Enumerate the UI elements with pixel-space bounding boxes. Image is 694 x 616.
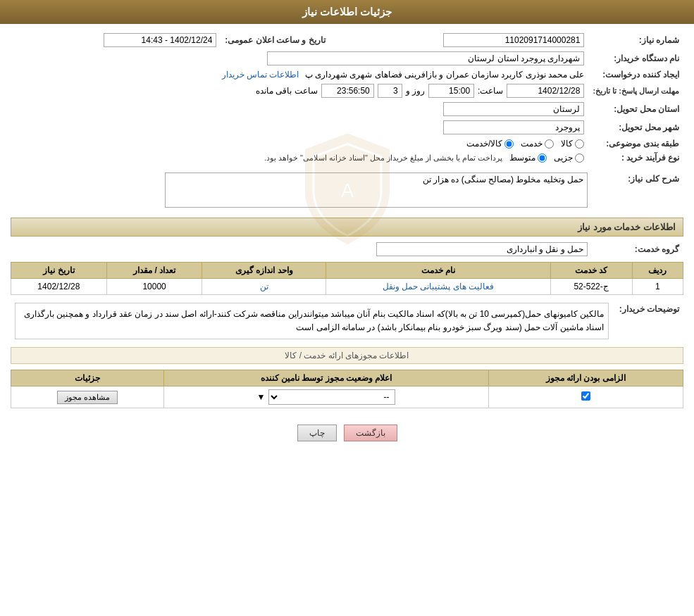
tamas-khardar-link[interactable]: اطلاعات تماس خریدار (222, 70, 299, 80)
mohlat-ersal-label: مهلت ارسال پاسخ: تا تاریخ: (588, 82, 683, 100)
radio-mottavaset-label[interactable]: متوسط (509, 153, 547, 163)
cell-nam: فعالیت های پشتیبانی حمل ونقل (326, 279, 550, 295)
radio-kala[interactable] (575, 139, 584, 149)
shahr-input[interactable] (443, 120, 584, 134)
public-announce-input[interactable] (104, 33, 216, 47)
shahr-label: شهر محل تحویل: (588, 118, 683, 137)
radio-kala-khedmat[interactable] (504, 139, 514, 149)
col-tedad: تعداد / مقدار (106, 263, 202, 279)
radio-khedmat-label[interactable]: خدمت (521, 139, 554, 149)
vahd-link[interactable]: تن (260, 282, 268, 291)
baghi-mande-input[interactable] (321, 84, 374, 98)
elzami-checkbox[interactable] (581, 391, 590, 401)
page-header: جزئیات اطلاعات نیاز (0, 0, 694, 24)
tabaqe-bandi-label: طبقه بندی موضوعی: (588, 137, 683, 151)
cell-status: -- ▼ (164, 386, 488, 408)
col-elzami: الزامی بودن ارائه مجوز (488, 370, 683, 386)
public-announce-label: تاریخ و ساعت اعلان عمومی: (221, 31, 329, 49)
mojozat-divider: اطلاعات مجوزهای ارائه خدمت / کالا (11, 347, 683, 364)
cell-kod: ج-522-52 (550, 279, 632, 295)
ostan-input[interactable] (443, 102, 584, 116)
print-button[interactable]: چاپ (297, 425, 337, 441)
status-select[interactable]: -- (268, 389, 395, 405)
saaat-label: ساعت: (478, 86, 503, 96)
khadamat-section-header: اطلاعات خدمات مورد نیاز (11, 218, 683, 237)
table-row: -- ▼ مشاهده مجوز (11, 386, 683, 408)
cell-tedad: 10000 (106, 279, 202, 295)
saaat-input[interactable] (428, 84, 474, 98)
rooz-label: روز و (406, 86, 425, 96)
col-nam: نام خدمت (326, 263, 550, 279)
cell-tarikh: 1402/12/28 (11, 279, 107, 295)
radio-mottavaset[interactable] (538, 153, 547, 163)
shomare-niaz-input[interactable] (443, 33, 584, 47)
cell-vahd: تن (202, 279, 326, 295)
back-button[interactable]: بازگشت (344, 425, 397, 441)
radio-jozee-label[interactable]: جزیی (554, 153, 584, 163)
ijad-konande-text: علی محمد نوذری کاربرد سازمان عمران و باز… (305, 70, 585, 80)
sharh-textarea[interactable]: حمل وتخلیه مخلوط (مصالح سنگی) ده هزار تن (165, 172, 588, 208)
ijad-konande-label: ایجاد کننده درخواست: (588, 68, 683, 82)
page-title: جزئیات اطلاعات نیاز (302, 6, 392, 18)
khedmat-link[interactable]: فعالیت های پشتیبانی حمل ونقل (383, 282, 494, 291)
radio-jozee[interactable] (575, 153, 584, 163)
rooz-input[interactable] (378, 84, 402, 98)
footer-buttons: بازگشت چاپ (11, 414, 683, 455)
baghi-mande-label: ساعت باقی مانده (256, 86, 318, 96)
chevron-down-icon: ▼ (257, 392, 266, 402)
khadamat-table: ردیف کد خدمت نام خدمت واحد اندازه گیری ت… (11, 262, 683, 295)
col-kod: کد خدمت (550, 263, 632, 279)
nam-dastgah-label: نام دستگاه خریدار: (588, 49, 683, 68)
col-radif: ردیف (632, 263, 683, 279)
radio-kala-label[interactable]: کالا (561, 139, 584, 149)
farayand-note: پرداخت تمام یا بخشی از مبلغ خریداز محل "… (264, 153, 503, 163)
group-khedmat-label: گروه خدمت: (592, 240, 683, 258)
ostan-label: استان محل تحویل: (588, 100, 683, 118)
cell-radif: 1 (632, 279, 683, 295)
col-detail: جزئیات (11, 370, 164, 386)
shomare-niaz-label: شماره نیاز: (588, 31, 683, 49)
group-khedmat-input[interactable] (376, 242, 588, 256)
tarikh-input[interactable] (507, 84, 584, 98)
cell-elzami (488, 386, 683, 408)
nam-dastgah-input[interactable] (267, 51, 584, 65)
col-status: اعلام وضعیت مجوز توسط نامین کننده (164, 370, 488, 386)
table-row: 1 ج-522-52 فعالیت های پشتیبانی حمل ونقل … (11, 279, 683, 295)
col-vahd: واحد اندازه گیری (202, 263, 326, 279)
view-mojoz-button[interactable]: مشاهده مجوز (57, 391, 118, 404)
sharh-label: شرح کلی نیاز: (592, 170, 683, 212)
radio-khedmat[interactable] (545, 139, 554, 149)
tawzih-label: توضیحات خریدار: (613, 301, 683, 341)
tawzih-box: مالکین کامیونهای حمل(کمپرسی 10 تن به بال… (15, 303, 609, 339)
mojozat-table: الزامی بودن ارائه مجوز اعلام وضعیت مجوز … (11, 370, 683, 408)
tawzih-text: مالکین کامیونهای حمل(کمپرسی 10 تن به بال… (24, 309, 604, 332)
cell-detail: مشاهده مجوز (11, 386, 164, 408)
radio-kala-khedmat-label[interactable]: کالا/خدمت (466, 139, 514, 149)
col-tarikh: تاریخ نیاز (11, 263, 107, 279)
noe-farayand-label: نوع فرآیند خرید : (588, 151, 683, 165)
